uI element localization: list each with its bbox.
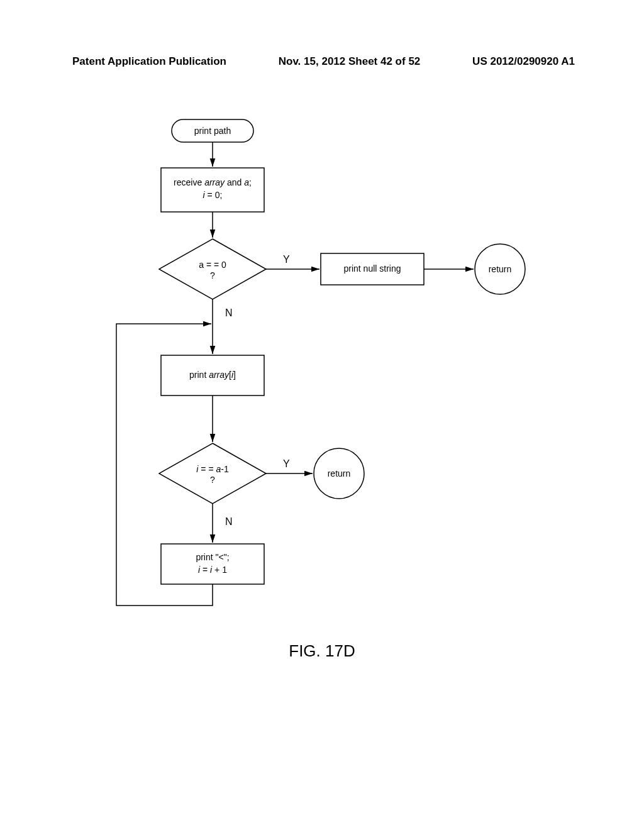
node-print-array-i: print array[i] — [161, 355, 264, 396]
svg-text:print array[i]: print array[i] — [189, 370, 236, 380]
svg-text:i = = a-1: i = = a-1 — [196, 464, 229, 474]
edge-label-n2: N — [225, 516, 233, 527]
node-decision-a0: a = = 0 ? — [159, 239, 266, 299]
node-start: print path — [172, 119, 253, 142]
svg-text:?: ? — [210, 475, 215, 485]
svg-text:print "<";: print "<"; — [196, 552, 229, 562]
svg-text:return: return — [328, 468, 351, 479]
svg-text:a = = 0: a = = 0 — [199, 260, 226, 270]
svg-text:receive array and a;: receive array and a; — [174, 177, 252, 187]
page-header: Patent Application Publication Nov. 15, … — [0, 55, 644, 68]
flowchart-diagram: print path receive array and a; i = 0; a… — [0, 116, 644, 632]
edge-label-y1: Y — [283, 254, 290, 265]
svg-text:i = 0;: i = 0; — [203, 190, 223, 200]
svg-text:return: return — [489, 264, 512, 274]
node-return-1: return — [475, 244, 525, 294]
figure-label: FIG. 17D — [0, 641, 644, 661]
node-start-label: print path — [194, 126, 231, 136]
node-receive: receive array and a; i = 0; — [161, 168, 264, 212]
edge-label-y2: Y — [283, 458, 290, 469]
svg-text:i = i + 1: i = i + 1 — [198, 565, 227, 575]
node-decision-ia1: i = = a-1 ? — [159, 443, 266, 504]
node-increment: print "<"; i = i + 1 — [161, 544, 264, 584]
svg-rect-18 — [161, 544, 264, 584]
header-center: Nov. 15, 2012 Sheet 42 of 52 — [279, 55, 421, 68]
svg-text:?: ? — [210, 270, 215, 280]
svg-text:print null string: print null string — [343, 263, 401, 274]
header-right: US 2012/0290920 A1 — [472, 55, 575, 68]
node-print-null: print null string — [321, 253, 424, 285]
edge-label-n1: N — [225, 307, 233, 318]
node-return-2: return — [314, 448, 364, 499]
header-left: Patent Application Publication — [72, 55, 226, 68]
